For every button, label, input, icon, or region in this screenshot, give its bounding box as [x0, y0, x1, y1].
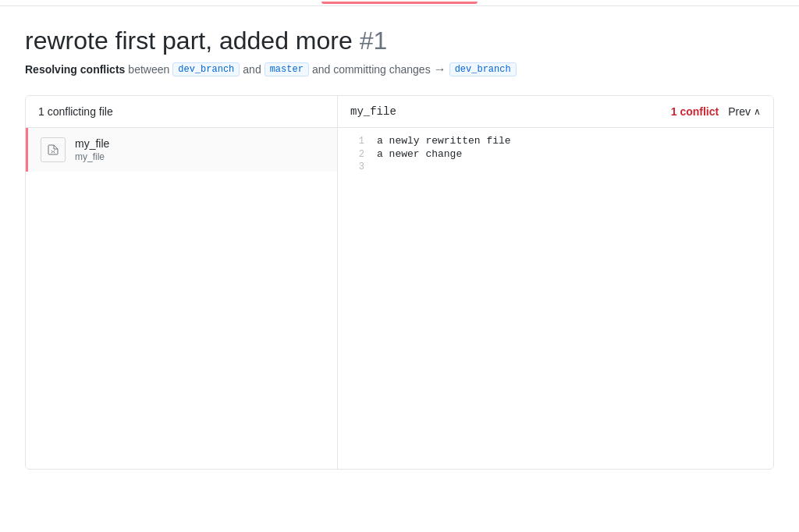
branch1-tag[interactable]: dev_branch [172, 62, 240, 76]
prev-label: Prev [728, 105, 751, 118]
subtitle: Resolving conflicts between dev_branch a… [25, 62, 774, 76]
progress-indicator [321, 2, 478, 4]
code-line: 2a newer change [338, 147, 773, 161]
file-item[interactable]: my_file my_file [26, 128, 337, 172]
arrow-icon: → [434, 62, 446, 76]
and2-text: and committing changes [312, 63, 431, 76]
file-path: my_file [75, 151, 109, 162]
code-line: 1a newly rewritten file [338, 134, 773, 147]
line-number: 2 [338, 149, 377, 160]
main-panel: 1 conflicting file my_file my_file my_ [25, 95, 774, 470]
right-panel: my_file 1 conflict Prev ∧ 1a newly rewri… [338, 96, 773, 469]
and1-text: and [243, 63, 261, 76]
chevron-up-icon: ∧ [754, 106, 761, 117]
branch2-tag[interactable]: master [265, 62, 309, 76]
title-text: rewrote first part, added more [25, 27, 360, 55]
file-icon [41, 137, 66, 162]
right-panel-actions: 1 conflict Prev ∧ [671, 105, 761, 118]
line-number: 3 [338, 161, 377, 172]
top-bar [0, 0, 799, 6]
file-info: my_file my_file [75, 137, 109, 162]
code-area: 1a newly rewritten file2a newer change3 [338, 128, 773, 179]
pr-number: #1 [360, 27, 388, 55]
branch3-tag[interactable]: dev_branch [449, 62, 517, 76]
conflicting-files-header: 1 conflicting file [26, 96, 337, 128]
resolving-label: Resolving conflicts [25, 63, 125, 76]
conflict-count: 1 conflict [671, 105, 719, 118]
page-title: rewrote first part, added more #1 [25, 25, 774, 56]
right-panel-header: my_file 1 conflict Prev ∧ [338, 96, 773, 128]
file-name: my_file [75, 137, 109, 150]
left-panel: 1 conflicting file my_file my_file [26, 96, 338, 469]
prev-button[interactable]: Prev ∧ [728, 105, 761, 118]
line-content: a newer change [377, 148, 462, 160]
between-text: between [128, 63, 169, 76]
line-number: 1 [338, 136, 377, 147]
code-line: 3 [338, 161, 773, 173]
line-content: a newly rewritten file [377, 135, 511, 147]
right-panel-filename: my_file [350, 105, 396, 118]
